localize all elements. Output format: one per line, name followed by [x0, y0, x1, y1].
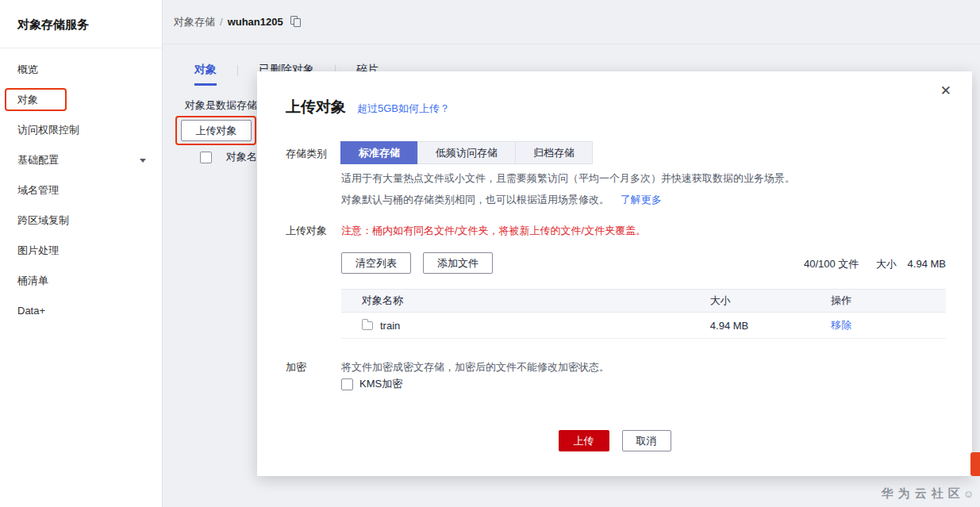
- overwrite-warning: 注意：桶内如有同名文件/文件夹，将被新上传的文件/文件夹覆盖。: [341, 224, 646, 238]
- close-icon[interactable]: ✕: [940, 83, 951, 99]
- encryption-description: 将文件加密成密文存储，加密后的文件不能修改加密状态。: [341, 360, 609, 374]
- encryption-label: 加密: [286, 360, 306, 374]
- tab-objects[interactable]: 对象: [194, 63, 217, 86]
- objects-description-partial: 对象是数据存储的: [185, 98, 267, 113]
- breadcrumb: 对象存储 / wuhan1205: [163, 0, 980, 44]
- kms-row: KMS加密: [341, 377, 402, 391]
- smiley-icon: ☺: [963, 488, 974, 500]
- file-table-header: 对象名称 大小 操作: [341, 289, 946, 313]
- file-name: train: [380, 320, 400, 332]
- modal-footer: 上传 取消: [257, 430, 972, 451]
- watermark-text: 华为云社区: [882, 486, 965, 501]
- sidebar: 对象存储服务 概览 对象 访问权限控制 基础配置 域名管理 跨区域复制 图片处理…: [0, 0, 163, 507]
- modal-title: 上传对象: [286, 97, 346, 117]
- upload-object-modal: ✕ 上传对象 超过5GB如何上传？ 存储类别 标准存储 低频访问存储 归档存储 …: [257, 71, 972, 476]
- sidebar-item-basic-config-label: 基础配置: [17, 154, 59, 166]
- folder-icon: [362, 321, 373, 330]
- storage-class-label: 存储类别: [286, 147, 327, 161]
- upload-object-label: 上传对象: [286, 224, 327, 238]
- sidebar-item-image-processing[interactable]: 图片处理: [0, 236, 162, 266]
- copy-icon-front: [294, 18, 301, 27]
- feedback-side-tab[interactable]: [970, 452, 980, 476]
- storage-class-segments: 标准存储 低频访问存储 归档存储: [341, 141, 593, 164]
- sidebar-item-cross-region-replication[interactable]: 跨区域复制: [0, 205, 162, 236]
- table-row: train 4.94 MB 移除: [341, 313, 946, 339]
- file-size-cell: 4.94 MB: [710, 320, 831, 332]
- segment-standard-storage[interactable]: 标准存储: [340, 141, 418, 164]
- file-count: 40/100 文件: [804, 258, 859, 270]
- upload-object-button[interactable]: 上传对象: [181, 120, 252, 141]
- sidebar-item-data-plus[interactable]: Data+: [0, 296, 162, 326]
- header-object-name: 对象名称: [341, 294, 710, 308]
- chevron-down-icon: [140, 159, 146, 163]
- community-watermark: 华为云社区 ☺: [882, 486, 974, 501]
- add-files-button[interactable]: 添加文件: [423, 252, 493, 274]
- header-size: 大小: [710, 294, 831, 308]
- kms-encryption-checkbox[interactable]: [341, 378, 353, 390]
- sidebar-item-overview[interactable]: 概览: [0, 55, 162, 85]
- segment-infrequent-access-storage[interactable]: 低频访问存储: [417, 141, 516, 164]
- sidebar-item-basic-config[interactable]: 基础配置: [0, 145, 162, 175]
- sidebar-item-access-control[interactable]: 访问权限控制: [0, 115, 162, 145]
- breadcrumb-current: wuhan1205: [228, 16, 283, 28]
- object-list-header-partial: 对象名: [200, 150, 257, 164]
- select-all-checkbox[interactable]: [200, 152, 212, 163]
- sidebar-item-objects[interactable]: 对象: [0, 85, 162, 115]
- kms-encryption-label: KMS加密: [359, 377, 402, 391]
- sidebar-item-domain-management[interactable]: 域名管理: [0, 175, 162, 205]
- sidebar-item-bucket-inventory[interactable]: 桶清单: [0, 266, 162, 296]
- file-table: 对象名称 大小 操作 train 4.94 MB 移除: [341, 289, 946, 339]
- file-action-cell: 移除: [831, 318, 946, 332]
- segment-archive-storage[interactable]: 归档存储: [515, 141, 593, 164]
- cancel-button[interactable]: 取消: [622, 430, 671, 451]
- clear-list-button[interactable]: 清空列表: [341, 252, 411, 274]
- tab-divider: [237, 65, 238, 76]
- storage-class-description-1: 适用于有大量热点文件或小文件，且需要频繁访问（平均一个月多次）并快速获取数据的业…: [341, 171, 795, 186]
- app-title: 对象存储服务: [0, 0, 162, 48]
- modal-title-row: 上传对象 超过5GB如何上传？: [286, 97, 450, 117]
- header-operation: 操作: [831, 294, 946, 308]
- learn-more-link[interactable]: 了解更多: [621, 194, 662, 205]
- breadcrumb-root[interactable]: 对象存储: [174, 15, 215, 29]
- object-name-column-partial: 对象名: [226, 150, 257, 164]
- copy-icon[interactable]: [290, 16, 302, 28]
- size-label: 大小: [876, 258, 897, 270]
- remove-file-link[interactable]: 移除: [831, 319, 851, 331]
- total-size: 4.94 MB: [908, 258, 946, 270]
- breadcrumb-separator: /: [220, 16, 223, 28]
- sidebar-menu: 概览 对象 访问权限控制 基础配置 域名管理 跨区域复制 图片处理 桶清单 Da…: [0, 55, 162, 326]
- upload-stats: 40/100 文件 大小 4.94 MB: [804, 257, 946, 271]
- upload-submit-button[interactable]: 上传: [559, 430, 609, 451]
- file-name-cell: train: [341, 320, 710, 332]
- storage-class-description-2: 对象默认与桶的存储类别相同，也可以根据适用场景修改。 了解更多: [341, 193, 662, 207]
- over-5gb-help-link[interactable]: 超过5GB如何上传？: [357, 102, 450, 116]
- storage-class-description-2-text: 对象默认与桶的存储类别相同，也可以根据适用场景修改。: [341, 194, 609, 205]
